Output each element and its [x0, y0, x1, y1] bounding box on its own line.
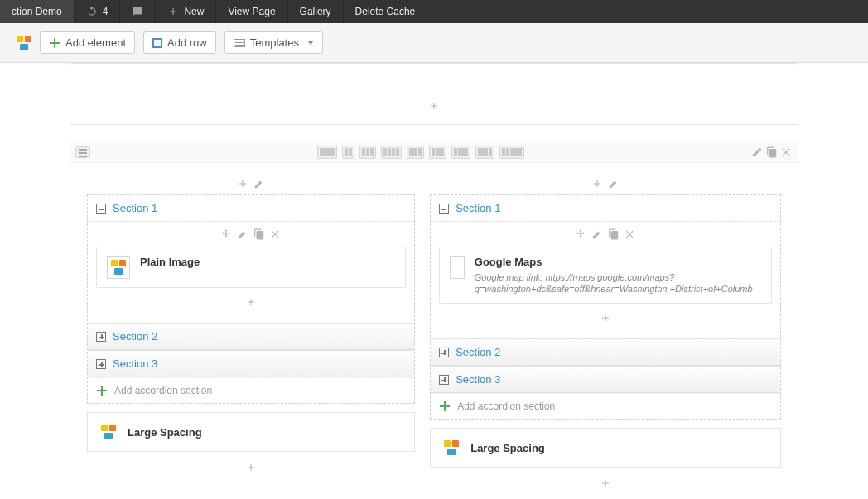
accordion-section-title[interactable]: Section 3: [456, 373, 500, 386]
element-tools: [439, 228, 772, 240]
accordion-section-title[interactable]: Section 3: [113, 357, 157, 370]
section-add-element[interactable]: [96, 288, 406, 311]
row-icon: [152, 38, 162, 48]
composer-logo-icon: [111, 260, 126, 275]
clone-icon[interactable]: [608, 228, 620, 240]
add-row-button[interactable]: Add row: [143, 31, 216, 54]
accordion-section-title[interactable]: Section 1: [113, 202, 157, 214]
add-accordion-section[interactable]: Add accordion section: [88, 377, 414, 403]
accordion-block: Section 1: [87, 194, 415, 404]
adminbar-site[interactable]: ction Demo: [0, 0, 75, 23]
adminbar-gallery-label: Gallery: [300, 6, 331, 17]
add-icon[interactable]: [237, 178, 248, 190]
row-container-main: Section 1: [70, 142, 798, 499]
element-thumb: [107, 256, 130, 279]
column-2: Section 1: [430, 178, 781, 499]
column-add-element[interactable]: [87, 452, 415, 486]
adminbar-delete-cache-label: Delete Cache: [355, 6, 416, 17]
drag-handle-icon[interactable]: [75, 146, 90, 158]
adminbar-gallery[interactable]: Gallery: [288, 0, 344, 23]
edit-icon[interactable]: [253, 178, 265, 190]
row-container-top: [70, 63, 798, 125]
expand-icon: [439, 375, 449, 385]
accordion-section-1-header[interactable]: Section 1: [431, 195, 780, 222]
layout-13-23[interactable]: [429, 146, 446, 159]
expand-icon: [96, 359, 106, 369]
add-accordion-label: Add accordion section: [457, 401, 555, 412]
element-plain-image[interactable]: Plain Image: [96, 247, 406, 288]
accordion-section-2-header[interactable]: Section 2: [88, 323, 414, 350]
element-google-maps[interactable]: Google Maps Google map link: https://map…: [439, 247, 772, 304]
layout-4col[interactable]: [381, 146, 402, 159]
adminbar-updates[interactable]: 4: [75, 0, 121, 23]
templates-button[interactable]: Templates: [224, 31, 323, 54]
add-element-label: Add element: [65, 36, 126, 49]
add-accordion-label: Add accordion section: [114, 385, 212, 396]
column-2-tools: [430, 178, 781, 194]
add-element-button[interactable]: Add element: [40, 31, 135, 54]
accordion-section-title[interactable]: Section 2: [456, 346, 500, 358]
composer-canvas: Section 1: [0, 63, 868, 499]
accordion-section-title[interactable]: Section 1: [456, 202, 500, 214]
accordion-section-2-header[interactable]: Section 2: [431, 338, 780, 366]
column-1: Section 1: [87, 178, 415, 499]
adminbar-new-label: New: [184, 6, 204, 17]
templates-label: Templates: [250, 36, 299, 49]
plus-icon: [245, 462, 257, 473]
clone-icon[interactable]: [253, 228, 265, 240]
delete-row-icon[interactable]: [781, 146, 793, 158]
section-add-element[interactable]: [439, 304, 772, 327]
refresh-icon: [86, 6, 98, 17]
element-title: Plain Image: [140, 256, 200, 268]
adminbar-comments[interactable]: [120, 0, 156, 23]
element-large-spacing[interactable]: Large Spacing: [430, 428, 781, 468]
composer-logo-icon: [101, 425, 116, 439]
layout-23-13[interactable]: [407, 146, 424, 159]
layout-3col[interactable]: [359, 146, 376, 159]
add-icon[interactable]: [591, 178, 603, 190]
row-header: [70, 142, 798, 163]
accordion-section-1-body: Plain Image: [88, 222, 414, 323]
clone-row-icon[interactable]: [766, 146, 778, 158]
spacing-label: Large Spacing: [470, 442, 545, 454]
layout-14-34[interactable]: [451, 146, 470, 159]
column-add-element[interactable]: [430, 468, 781, 499]
adminbar-view-page[interactable]: View Page: [216, 0, 287, 23]
accordion-section-3-header[interactable]: Section 3: [431, 366, 780, 393]
edit-icon[interactable]: [591, 228, 603, 240]
element-large-spacing[interactable]: Large Spacing: [87, 412, 415, 452]
accordion-section-1-body: Google Maps Google map link: https://map…: [431, 222, 780, 338]
row-body: Section 1: [79, 170, 789, 499]
spacing-label: Large Spacing: [128, 426, 202, 439]
layout-1col[interactable]: [317, 146, 337, 159]
edit-row-icon[interactable]: [751, 146, 763, 158]
accordion-block: Section 1: [430, 194, 781, 420]
plus-icon: [600, 477, 611, 489]
adminbar-delete-cache[interactable]: Delete Cache: [344, 0, 428, 23]
element-meta: Google map link: https://maps.google.com…: [475, 271, 761, 295]
accordion-section-1-header[interactable]: Section 1: [88, 195, 414, 222]
row-layout-switcher: [317, 146, 524, 159]
adminbar-site-label: ction Demo: [12, 6, 62, 17]
layout-2col[interactable]: [342, 146, 354, 159]
edit-icon[interactable]: [608, 178, 620, 190]
plus-icon: [167, 6, 179, 17]
plus-green-icon: [96, 385, 108, 396]
layout-34-14[interactable]: [475, 146, 494, 159]
column-1-tools: [87, 178, 415, 194]
move-icon[interactable]: [575, 228, 586, 240]
accordion-section-3-header[interactable]: Section 3: [88, 350, 414, 377]
add-accordion-section[interactable]: Add accordion section: [431, 393, 780, 419]
add-row-label: Add row: [167, 36, 207, 49]
layout-5col[interactable]: [499, 146, 524, 159]
accordion-section-title[interactable]: Section 2: [113, 330, 157, 343]
expand-icon: [96, 332, 106, 342]
adminbar-new[interactable]: New: [156, 0, 216, 23]
delete-icon[interactable]: [624, 228, 636, 240]
row-add-element[interactable]: [70, 97, 798, 118]
row-columns: Section 1: [79, 170, 789, 499]
move-icon[interactable]: [220, 228, 232, 240]
edit-icon[interactable]: [237, 228, 248, 240]
composer-logo-icon: [444, 440, 459, 455]
delete-icon[interactable]: [270, 228, 282, 240]
